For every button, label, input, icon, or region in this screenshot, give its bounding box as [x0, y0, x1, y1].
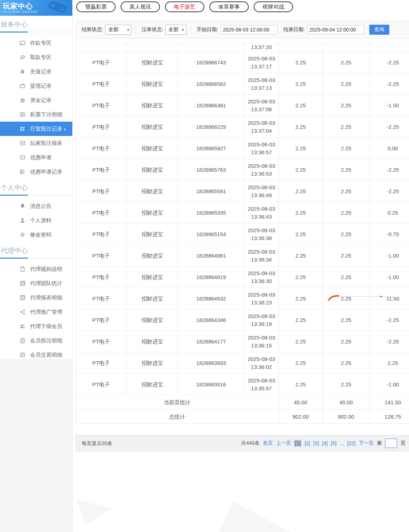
sidebar-item-label: 优惠申请: [30, 154, 52, 161]
chevron-down-icon: ▾: [182, 28, 184, 32]
sidebar-item-label: 代理报表明细: [30, 294, 62, 301]
cell-valid-amount: 2.25: [323, 224, 370, 245]
gamepad-icon: [36, 1, 69, 16]
pagination-controls: 共440条首页上一页[1][2][3][4][5]...[22]下一页第页跳转: [241, 435, 409, 451]
person-icon: [20, 218, 25, 223]
decor-triangle: [219, 502, 291, 532]
sidebar-item[interactable]: 厅室投注记录›: [0, 122, 72, 136]
cell-game-name: 招财进宝: [127, 159, 178, 181]
sidebar-item[interactable]: 代理团队统计: [0, 276, 72, 291]
sidebar-section-items: 存款专区取款专区充值记录提现记录资金记录彩票下注明细厅室投注记录›玩家投注报表优…: [0, 36, 72, 179]
last-page-link[interactable]: [22]: [347, 440, 355, 446]
sidebar-item[interactable]: 会员投注明细: [0, 333, 72, 348]
table-row: PT电子招财进宝18288653352025-08-0313:36:432.25…: [76, 202, 409, 224]
cell-datetime: 2025-08-0313:36:15: [244, 331, 279, 352]
search-button[interactable]: 查询: [369, 25, 389, 35]
page-link[interactable]: [2]: [305, 440, 310, 446]
sidebar-item[interactable]: 优惠申请: [0, 150, 72, 165]
gear-icon: [20, 232, 25, 238]
cell-game-type: PT电子: [76, 224, 127, 245]
sidebar-item-label: 资金记录: [30, 97, 52, 104]
summary-label: 当前页统计: [76, 395, 279, 410]
cell-bet-amount: 2.25: [279, 202, 323, 224]
cell-win-loss: 2.25: [370, 352, 409, 374]
table-row: PT电子招财进宝18288655912025-08-0313:36:492.25…: [76, 181, 409, 202]
sidebar-section-title: 财务中心: [0, 19, 72, 32]
cell-order-no: 1828865927: [178, 138, 244, 159]
cell-bet-amount: 2.25: [279, 181, 323, 202]
sidebar-item[interactable]: 彩票下注明细: [0, 107, 72, 122]
filter-divider: [136, 24, 136, 35]
end-date-label: 结束日期:: [283, 26, 305, 33]
summary-win-loss: 141.50: [370, 395, 409, 410]
end-date-input[interactable]: [307, 25, 364, 34]
cell-win-loss: -2.25: [370, 309, 409, 331]
sidebar-section-items: 代理规则说明代理团队统计代理报表明细代理推广管理代理下级会员会员投注明细会员交易…: [0, 262, 72, 362]
cell-time: 13:37:20: [244, 43, 279, 52]
first-page-link[interactable]: 首页: [263, 440, 273, 446]
sidebar-item[interactable]: 代理规则说明: [0, 262, 72, 276]
cell-game-name: 招财进宝: [127, 374, 178, 395]
current-page-indicator[interactable]: [1]: [294, 440, 301, 446]
sidebar-item[interactable]: 取款专区: [0, 50, 72, 64]
deposit-card-icon: [20, 40, 25, 46]
cell-game-type: PT电子: [76, 52, 127, 73]
cell-game-name: 招财进宝: [127, 267, 178, 288]
cell-valid-amount: 2.25: [323, 288, 370, 309]
cell-game-type: PT电子: [76, 352, 127, 374]
sidebar-item[interactable]: 代理下级会员: [0, 319, 72, 333]
hall-bet-record-icon: [20, 126, 25, 132]
cell-game-type: PT电子: [76, 159, 127, 181]
doc-icon: [20, 266, 25, 272]
sidebar-item[interactable]: 资金记录: [0, 93, 72, 107]
start-date-input[interactable]: [220, 25, 278, 34]
sidebar-item[interactable]: 代理推广管理: [0, 305, 72, 319]
order-status-select[interactable]: 全部 ▾: [165, 25, 186, 35]
sidebar-item[interactable]: 个人资料: [0, 213, 72, 228]
sidebar-item[interactable]: 存款专区: [0, 36, 72, 50]
next-page-link[interactable]: 下一页: [359, 440, 374, 446]
sidebar-item[interactable]: 提现记录: [0, 79, 72, 93]
page-link[interactable]: [3]: [313, 440, 319, 446]
sidebar-sections: 财务中心存款专区取款专区充值记录提现记录资金记录彩票下注明细厅室投注记录›玩家投…: [0, 19, 72, 362]
cell-game-type: PT电子: [76, 245, 127, 267]
cell-order-no: 1828865154: [178, 224, 244, 245]
cell-order-no: 1828863693: [178, 352, 244, 374]
page-link[interactable]: [4]: [322, 440, 328, 446]
tab-active[interactable]: 电子游艺: [165, 1, 204, 12]
cell-order-no: 1828866743: [178, 52, 244, 73]
sidebar-item[interactable]: 代理报表明细: [0, 291, 72, 305]
cell-valid-amount: 2.25: [323, 374, 370, 395]
cell-empty: [323, 43, 370, 52]
sidebar-item[interactable]: 优惠申请记录: [0, 165, 72, 179]
jump-page-input[interactable]: [385, 439, 397, 448]
sidebar-item[interactable]: 修改密码: [0, 228, 72, 242]
cell-bet-amount: 2.25: [279, 73, 323, 95]
cell-win-loss: -2.25: [370, 73, 409, 95]
cell-bet-amount: 2.25: [279, 159, 323, 181]
cell-bet-amount: 2.25: [279, 288, 323, 309]
page-link[interactable]: [5]: [331, 440, 337, 446]
cell-valid-amount: 2.25: [323, 245, 370, 267]
prev-page-link[interactable]: 上一页: [276, 440, 291, 446]
app-subtitle: PLAYERS CENTER: [3, 10, 38, 14]
sidebar-item[interactable]: 充值记录: [0, 64, 72, 79]
jump-prefix-label: 第: [377, 440, 382, 446]
settle-status-select[interactable]: 全部 ▾: [105, 25, 131, 35]
bell-icon: [20, 203, 25, 209]
cell-game-name: 招财进宝: [127, 245, 178, 267]
tab-category[interactable]: 体育赛事: [209, 1, 249, 12]
table-row: PT电子招财进宝18288651542025-08-0313:36:382.25…: [76, 224, 409, 245]
tab-category[interactable]: 雙贏彩票: [76, 1, 116, 12]
sidebar-item[interactable]: 玩家投注报表: [0, 136, 72, 150]
cell-game-type: PT电子: [76, 202, 127, 224]
sidebar-item[interactable]: 会员交易明细: [0, 348, 72, 362]
table-row: PT电子招财进宝18288657632025-08-0313:36:532.25…: [76, 159, 409, 181]
cell-bet-amount: 2.25: [279, 245, 323, 267]
tab-category[interactable]: 真人视讯: [121, 1, 160, 12]
cell-order-no: 1828864532: [178, 288, 244, 309]
tab-category[interactable]: 棋牌对战: [254, 1, 293, 12]
sidebar-item-label: 代理推广管理: [30, 309, 62, 316]
sidebar-item[interactable]: 消息公告: [0, 199, 72, 213]
table-row: PT电子招财进宝18288643462025-08-0313:36:192.25…: [76, 309, 409, 331]
